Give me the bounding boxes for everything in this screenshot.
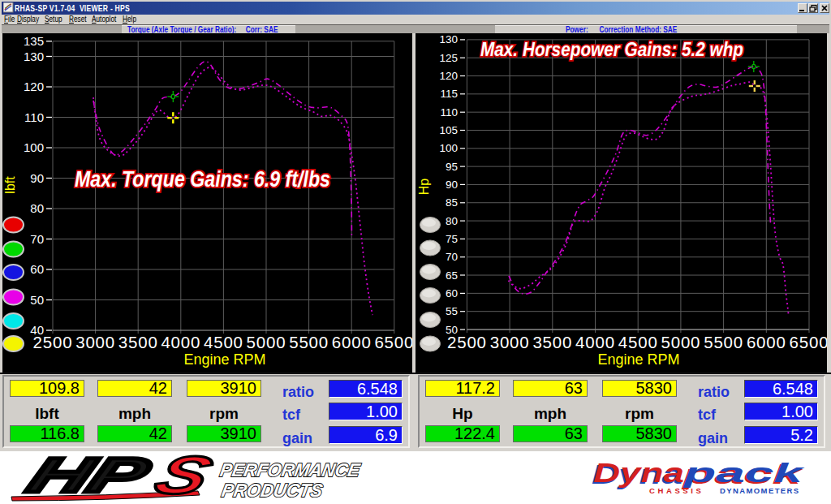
- svg-text:5500: 5500: [289, 333, 329, 351]
- svg-text:50: 50: [30, 293, 44, 307]
- svg-text:3000: 3000: [490, 333, 530, 351]
- svg-text:4000: 4000: [161, 333, 200, 351]
- svg-text:120: 120: [24, 80, 44, 93]
- svg-text:6000: 6000: [747, 333, 786, 351]
- svg-text:Engine RPM: Engine RPM: [183, 351, 265, 368]
- svg-text:125: 125: [439, 52, 458, 64]
- svg-text:4000: 4000: [575, 333, 615, 351]
- svg-text:4500: 4500: [618, 333, 658, 351]
- svg-text:60: 60: [446, 287, 458, 299]
- svg-text:Max. Horsepower Gains: 5.2 wh: Max. Horsepower Gains: 5.2 whp: [480, 39, 743, 60]
- svg-text:60: 60: [30, 262, 44, 276]
- svg-text:5000: 5000: [247, 333, 286, 351]
- svg-text:Max. Torque Gains: 6.9 ft/lbs: Max. Torque Gains: 6.9 ft/lbs: [75, 166, 330, 192]
- svg-text:3500: 3500: [532, 333, 572, 351]
- svg-text:85: 85: [446, 196, 458, 209]
- svg-text:PRODUCTS: PRODUCTS: [220, 480, 325, 501]
- svg-text:130: 130: [439, 33, 458, 45]
- svg-text:70: 70: [446, 251, 458, 263]
- svg-text:90: 90: [446, 179, 458, 191]
- svg-text:55: 55: [446, 305, 458, 317]
- svg-text:135: 135: [24, 34, 44, 48]
- svg-text:65: 65: [446, 269, 458, 282]
- svg-text:70: 70: [30, 232, 44, 246]
- svg-text:75: 75: [446, 233, 458, 245]
- svg-text:105: 105: [439, 124, 458, 136]
- svg-text:100: 100: [439, 142, 458, 154]
- svg-text:95: 95: [446, 161, 458, 173]
- svg-text:6500: 6500: [374, 333, 412, 351]
- svg-text:DYNAMOMETERS: DYNAMOMETERS: [720, 486, 800, 495]
- svg-text:110: 110: [440, 106, 458, 118]
- svg-text:6500: 6500: [790, 333, 827, 351]
- svg-text:3500: 3500: [118, 333, 158, 351]
- svg-text:90: 90: [30, 171, 44, 185]
- svg-text:4500: 4500: [204, 333, 243, 351]
- svg-text:80: 80: [30, 201, 44, 215]
- svg-text:130: 130: [24, 50, 44, 63]
- svg-text:CHASSIS: CHASSIS: [649, 486, 704, 495]
- svg-text:120: 120: [439, 70, 458, 82]
- svg-text:Hp: Hp: [417, 179, 431, 196]
- svg-text:5000: 5000: [661, 333, 700, 351]
- svg-text:lbft: lbft: [3, 176, 17, 194]
- svg-text:3000: 3000: [75, 333, 115, 351]
- svg-text:110: 110: [24, 110, 44, 124]
- svg-text:6000: 6000: [332, 333, 372, 351]
- svg-text:PERFORMANCE: PERFORMANCE: [218, 459, 363, 480]
- svg-text:2500: 2500: [33, 333, 73, 351]
- svg-text:Engine RPM: Engine RPM: [597, 351, 679, 368]
- svg-text:2500: 2500: [447, 333, 487, 351]
- svg-text:5500: 5500: [704, 333, 743, 351]
- svg-text:Dyna: Dyna: [593, 458, 684, 488]
- svg-text:pack: pack: [682, 458, 805, 488]
- svg-text:80: 80: [446, 215, 458, 227]
- svg-text:100: 100: [24, 140, 44, 154]
- svg-text:S: S: [146, 451, 221, 504]
- svg-text:115: 115: [440, 88, 458, 100]
